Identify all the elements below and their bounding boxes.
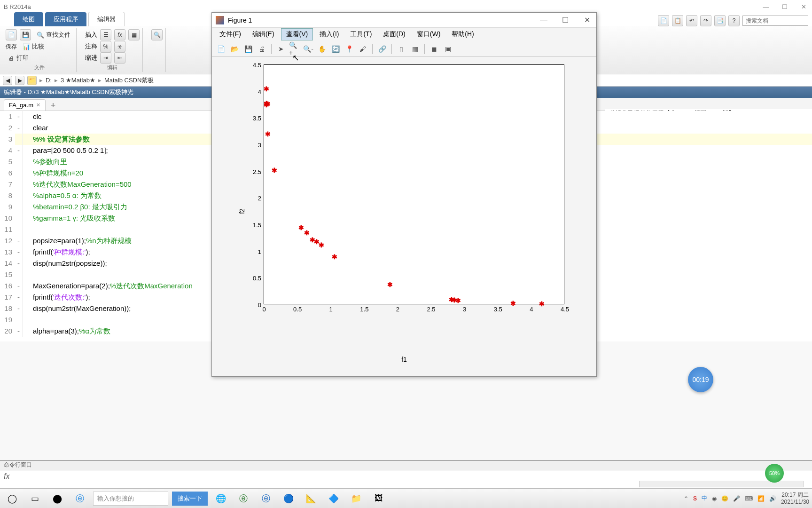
layout-icon[interactable]: ▣: [442, 43, 454, 55]
figure-menu-item[interactable]: 查看(V): [281, 28, 313, 40]
add-tab-button[interactable]: +: [47, 101, 59, 111]
y-tick: 4: [258, 88, 264, 95]
print-figure-icon[interactable]: 🖨: [256, 43, 268, 55]
ribbon-tab-editor[interactable]: 编辑器: [88, 12, 125, 26]
compare-button[interactable]: 📊比较: [20, 41, 47, 52]
dock-icon[interactable]: ◼: [428, 43, 440, 55]
close-tab-icon[interactable]: ✕: [36, 102, 40, 108]
colorbar-icon[interactable]: ▯: [395, 43, 407, 55]
toolbar-icon[interactable]: 📑: [714, 15, 726, 26]
toolbar-icon[interactable]: ↶: [686, 15, 697, 26]
figure-titlebar[interactable]: Figure 1 — ☐ ✕: [212, 13, 596, 28]
ribbon-tab-apps[interactable]: 应用程序: [45, 12, 86, 26]
x-tick: 0: [262, 304, 265, 313]
datacursor-icon[interactable]: 📍: [343, 43, 355, 55]
volume-icon[interactable]: 🔊: [769, 495, 776, 502]
goto-icon[interactable]: 🔍: [151, 29, 163, 40]
group-label-edit: 编辑: [85, 64, 140, 71]
help-icon[interactable]: ?: [728, 15, 740, 26]
matlab-taskbar-icon[interactable]: 📐: [302, 491, 320, 507]
uncomment-icon[interactable]: ⚹: [114, 41, 125, 52]
app-icon[interactable]: ⓔ: [257, 491, 275, 507]
figure-menu-item[interactable]: 文件(F): [215, 29, 246, 40]
axes[interactable]: 00.511.522.533.544.500.511.522.533.544.5…: [264, 64, 564, 304]
figure-window[interactable]: Figure 1 — ☐ ✕ 文件(F)编辑(E)查看(V)插入(I)工具(T)…: [211, 12, 597, 377]
ime-lang-icon[interactable]: 中: [702, 494, 707, 502]
obs-icon[interactable]: ⬤: [48, 491, 67, 507]
fig-maximize-icon[interactable]: ☐: [560, 16, 571, 24]
photos-icon[interactable]: 🖼: [369, 491, 388, 507]
taskbar-search-button[interactable]: 搜索一下: [172, 492, 208, 506]
zoom-in-icon[interactable]: 🔍+: [289, 43, 301, 55]
app-icon[interactable]: 🔷: [324, 491, 343, 507]
outdent-icon[interactable]: ⇤: [114, 52, 125, 64]
link-icon[interactable]: 🔗: [376, 43, 388, 55]
fig-close-icon[interactable]: ✕: [581, 16, 593, 24]
insert-section-icon[interactable]: ☰: [100, 29, 111, 40]
x-tick: 1: [329, 304, 333, 313]
figure-menu-item[interactable]: 桌面(D): [378, 29, 410, 40]
app-icon[interactable]: 🔵: [279, 491, 298, 507]
find-files-button[interactable]: 🔍查找文件: [34, 30, 73, 40]
maximize-icon[interactable]: ☐: [780, 3, 789, 10]
save-icon[interactable]: 💾: [20, 29, 31, 40]
path-seg[interactable]: Matalb CSDN紫极: [104, 76, 154, 85]
figure-menu-item[interactable]: 帮助(H): [447, 29, 478, 40]
zoom-out-icon[interactable]: 🔍-: [302, 43, 314, 55]
folder-icon[interactable]: 📁: [27, 76, 37, 85]
taskview-icon[interactable]: ▭: [25, 491, 44, 507]
figure-menu-item[interactable]: 窗口(W): [412, 29, 445, 40]
app-icon[interactable]: ⓔ: [234, 491, 253, 507]
toolbar-icon[interactable]: 📄: [658, 15, 669, 26]
ie-icon[interactable]: ⓔ: [70, 491, 89, 507]
path-seg[interactable]: 3 ★Matlab★: [61, 77, 95, 84]
tray-icon[interactable]: ⌃: [684, 495, 688, 502]
pointer-icon[interactable]: ➤: [275, 43, 287, 55]
rotate-icon[interactable]: 🔄: [329, 43, 342, 55]
path-seg[interactable]: D:: [46, 77, 52, 84]
plot-area: 00.511.522.533.544.500.511.522.533.544.5…: [231, 60, 578, 362]
search-docs-input[interactable]: [742, 16, 808, 26]
mic-icon[interactable]: 🎤: [733, 495, 740, 502]
network-icon[interactable]: 📶: [757, 495, 765, 502]
new-figure-icon[interactable]: 📄: [215, 43, 227, 55]
close-icon[interactable]: ✕: [799, 3, 808, 10]
toolbar-icon[interactable]: ↷: [700, 15, 711, 26]
data-point: ✱: [319, 243, 323, 247]
open-icon[interactable]: 📂: [228, 43, 241, 55]
app-icon[interactable]: 🌐: [211, 491, 230, 507]
ime-icon[interactable]: S: [693, 495, 697, 502]
fig-minimize-icon[interactable]: —: [538, 16, 549, 24]
taskbar-search[interactable]: 输入你想搜的: [93, 492, 168, 506]
y-tick: 1: [258, 248, 264, 255]
fwd-icon[interactable]: ▶: [15, 76, 24, 85]
back-icon[interactable]: ◀: [3, 76, 12, 85]
explorer-icon[interactable]: 📁: [347, 491, 366, 507]
toolbar-icon[interactable]: 📋: [672, 15, 683, 26]
insert-block-icon[interactable]: ▦: [128, 29, 140, 40]
start-icon[interactable]: ◯: [3, 491, 22, 507]
tray-icon[interactable]: 😊: [721, 495, 728, 502]
keyboard-icon[interactable]: ⌨: [745, 495, 753, 502]
new-file-icon[interactable]: 📄: [6, 29, 17, 40]
taskbar: ◯ ▭ ⬤ ⓔ 输入你想搜的 搜索一下 🌐 ⓔ ⓔ 🔵 📐 🔷 📁 🖼 ⌃ S …: [0, 488, 812, 508]
minimize-icon[interactable]: —: [761, 3, 771, 10]
figure-menu-item[interactable]: 编辑(E): [248, 29, 279, 40]
file-tab[interactable]: FA_ga.m ✕: [4, 99, 46, 111]
figure-menu-item[interactable]: 插入(I): [315, 29, 344, 40]
insert-fx-icon[interactable]: fx: [114, 29, 125, 40]
save-figure-icon[interactable]: 💾: [242, 43, 254, 55]
data-point: ✱: [332, 254, 336, 259]
indent-icon[interactable]: ⇥: [100, 52, 111, 64]
figure-menu-item[interactable]: 工具(T): [345, 29, 376, 40]
comment-icon[interactable]: %: [100, 41, 111, 52]
legend-icon[interactable]: ▦: [409, 43, 421, 55]
percent-widget[interactable]: 50%: [765, 464, 784, 483]
print-button[interactable]: 🖨打印: [6, 53, 31, 63]
tray-icon[interactable]: ◉: [712, 495, 717, 502]
pan-icon[interactable]: ✋: [316, 43, 328, 55]
ribbon-tab-plot[interactable]: 绘图: [14, 12, 43, 26]
brush-icon[interactable]: 🖌: [357, 43, 369, 55]
tray-clock[interactable]: 20:17 周二 2021/11/30: [781, 492, 809, 505]
timer-widget[interactable]: 00:19: [688, 367, 713, 392]
